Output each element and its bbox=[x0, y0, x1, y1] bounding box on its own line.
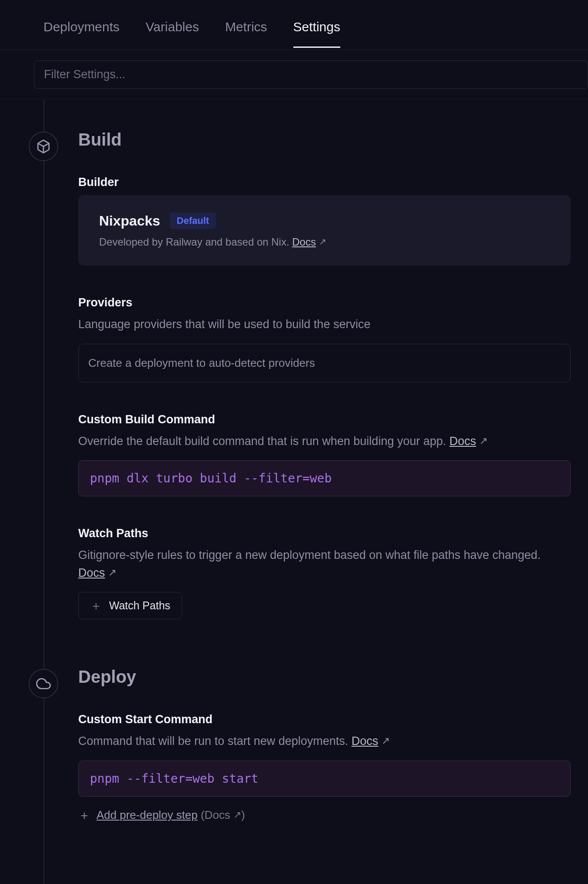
custom-start-desc-text: Command that will be run to start new de… bbox=[78, 734, 352, 748]
tab-settings[interactable]: Settings bbox=[293, 20, 340, 48]
custom-build-docs-link[interactable]: Docs bbox=[449, 435, 476, 448]
section-deploy: Deploy Custom Start Command Command that… bbox=[0, 658, 588, 854]
watch-paths-desc: Gitignore-style rules to trigger a new d… bbox=[78, 546, 571, 582]
builder-docs-link[interactable]: Docs bbox=[292, 236, 316, 248]
providers-subsection: Providers Language providers that will b… bbox=[78, 296, 571, 382]
pre-deploy-paren-close: ) bbox=[241, 808, 245, 821]
providers-heading: Providers bbox=[78, 296, 571, 309]
custom-start-command-input[interactable] bbox=[78, 761, 571, 797]
tab-metrics[interactable]: Metrics bbox=[225, 20, 267, 48]
builder-row: Nixpacks Default bbox=[99, 213, 550, 229]
external-link-icon: ↗ bbox=[479, 433, 488, 448]
default-badge: Default bbox=[170, 213, 216, 229]
custom-build-heading: Custom Build Command bbox=[78, 413, 571, 426]
plus-icon: ＋ bbox=[78, 807, 90, 824]
watch-paths-desc-text: Gitignore-style rules to trigger a new d… bbox=[78, 548, 541, 562]
custom-start-docs-link[interactable]: Docs bbox=[352, 734, 379, 748]
watch-paths-button[interactable]: ＋ Watch Paths bbox=[78, 592, 182, 619]
builder-desc-text: Developed by Railway and based on Nix. bbox=[99, 236, 292, 248]
custom-start-subsection: Custom Start Command Command that will b… bbox=[78, 713, 571, 824]
providers-desc: Language providers that will be used to … bbox=[78, 316, 571, 333]
filter-bar bbox=[0, 50, 588, 100]
cloud-icon bbox=[29, 669, 58, 698]
external-link-icon: ↗ bbox=[233, 809, 241, 821]
builder-heading: Builder bbox=[78, 176, 571, 189]
custom-build-command-input[interactable] bbox=[78, 460, 571, 496]
watch-paths-heading: Watch Paths bbox=[78, 527, 571, 540]
custom-build-subsection: Custom Build Command Override the defaul… bbox=[78, 413, 571, 497]
deploy-title: Deploy bbox=[78, 667, 571, 687]
builder-name: Nixpacks bbox=[99, 213, 160, 229]
watch-paths-docs-link[interactable]: Docs bbox=[78, 566, 105, 579]
pre-deploy-paren-open: ( bbox=[198, 808, 205, 821]
external-link-icon: ↗ bbox=[108, 565, 116, 580]
custom-build-desc-text: Override the default build command that … bbox=[78, 435, 449, 448]
builder-subsection: Builder Nixpacks Default Developed by Ra… bbox=[78, 176, 571, 266]
external-link-icon: ↗ bbox=[319, 236, 326, 247]
external-link-icon: ↗ bbox=[382, 733, 390, 748]
custom-start-desc: Command that will be run to start new de… bbox=[78, 732, 571, 750]
settings-content: Build Builder Nixpacks Default Developed… bbox=[0, 100, 588, 884]
custom-start-heading: Custom Start Command bbox=[78, 713, 571, 726]
filter-settings-input[interactable] bbox=[34, 60, 588, 89]
section-build: Build Builder Nixpacks Default Developed… bbox=[0, 121, 588, 658]
plus-icon: ＋ bbox=[90, 600, 102, 612]
providers-empty-box: Create a deployment to auto-detect provi… bbox=[78, 344, 571, 382]
builder-desc: Developed by Railway and based on Nix. D… bbox=[99, 236, 550, 248]
pre-deploy-docs-link[interactable]: Docs bbox=[205, 808, 230, 821]
tabs-bar: Deployments Variables Metrics Settings bbox=[0, 0, 588, 50]
tab-deployments[interactable]: Deployments bbox=[43, 20, 120, 48]
pre-deploy-row: ＋ Add pre-deploy step (Docs ↗) bbox=[78, 807, 571, 824]
builder-card[interactable]: Nixpacks Default Developed by Railway an… bbox=[78, 195, 571, 266]
custom-build-desc: Override the default build command that … bbox=[78, 432, 571, 450]
add-pre-deploy-link[interactable]: Add pre-deploy step bbox=[96, 808, 198, 821]
watch-paths-button-label: Watch Paths bbox=[109, 599, 170, 612]
cube-icon bbox=[29, 132, 58, 161]
watch-paths-subsection: Watch Paths Gitignore-style rules to tri… bbox=[78, 527, 571, 619]
build-title: Build bbox=[78, 130, 571, 150]
tab-variables[interactable]: Variables bbox=[146, 20, 199, 48]
